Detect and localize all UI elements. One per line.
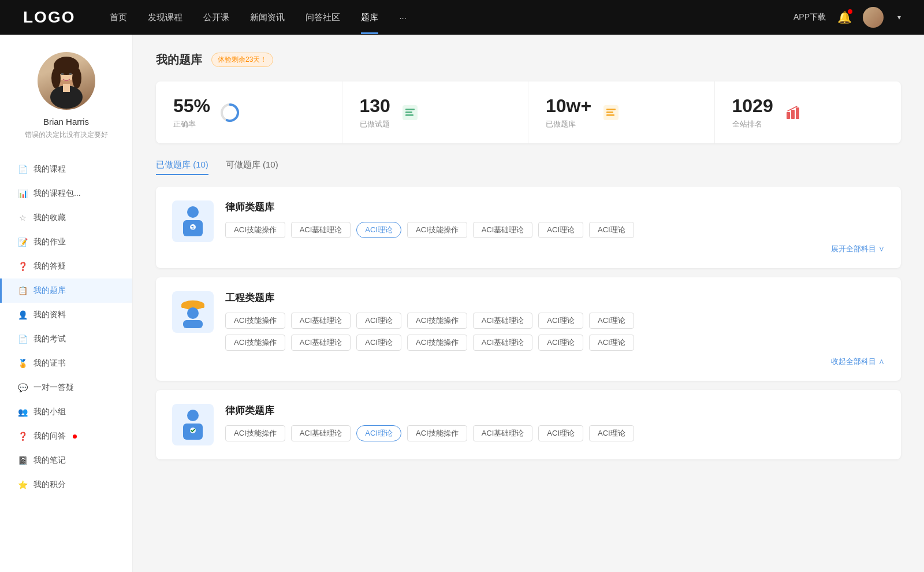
- sidebar-item-group[interactable]: 👥 我的小组: [0, 400, 132, 424]
- sidebar-label-profile: 我的资料: [33, 310, 66, 320]
- tag[interactable]: ACI技能操作: [225, 313, 285, 329]
- page-title: 我的题库: [156, 52, 202, 68]
- sidebar-item-qbank[interactable]: 📋 我的题库: [0, 278, 132, 303]
- sidebar-item-profile[interactable]: 👤 我的资料: [0, 303, 132, 327]
- tag[interactable]: ACI理论: [356, 313, 401, 329]
- svg-point-3: [51, 68, 61, 88]
- avatar[interactable]: [863, 7, 884, 28]
- chart-icon: 📊: [17, 189, 28, 198]
- svg-rect-16: [606, 109, 616, 110]
- svg-rect-19: [787, 112, 790, 119]
- user-icon: 👤: [17, 310, 28, 320]
- notification-bell[interactable]: 🔔: [837, 10, 851, 24]
- tag[interactable]: ACI技能操作: [407, 335, 467, 351]
- lawyer-title-2: 律师类题库: [225, 404, 885, 417]
- tag[interactable]: ACI技能操作: [225, 222, 285, 238]
- tag[interactable]: ACI基础理论: [291, 313, 351, 329]
- tag[interactable]: ACI基础理论: [473, 335, 533, 351]
- tag[interactable]: ACI基础理论: [291, 425, 351, 441]
- svg-point-4: [72, 68, 81, 88]
- svg-rect-12: [405, 109, 415, 110]
- tag[interactable]: ACI基础理论: [291, 335, 351, 351]
- tag[interactable]: ACI基础理论: [473, 222, 533, 238]
- tag[interactable]: ACI理论: [538, 425, 583, 441]
- nav-more[interactable]: ···: [399, 13, 407, 23]
- nav-discover[interactable]: 发现课程: [148, 12, 182, 23]
- questions-done-value: 130: [360, 95, 390, 117]
- svg-rect-18: [606, 114, 614, 116]
- chevron-down-icon[interactable]: ▾: [897, 13, 901, 21]
- medal-icon: 🏅: [17, 359, 28, 368]
- nav-home[interactable]: 首页: [110, 12, 127, 23]
- tag[interactable]: ACI技能操作: [407, 425, 467, 441]
- notification-dot: [73, 434, 77, 439]
- tag[interactable]: ACI技能操作: [407, 222, 467, 238]
- tag[interactable]: ACI基础理论: [473, 425, 533, 441]
- sidebar-item-points[interactable]: ⭐ 我的积分: [0, 473, 132, 497]
- sidebar-label-course-package: 我的课程包...: [33, 188, 81, 199]
- tag[interactable]: ACI理论: [589, 425, 634, 441]
- tag[interactable]: ACI理论: [589, 335, 634, 351]
- pie-chart-svg: [220, 103, 240, 122]
- app-download-link[interactable]: APP下载: [793, 12, 826, 23]
- nav-news[interactable]: 新闻资讯: [250, 12, 285, 23]
- sidebar-item-notes[interactable]: 📓 我的笔记: [0, 448, 132, 473]
- bar-chart-icon: [783, 102, 803, 123]
- sidebar-item-certificate[interactable]: 🏅 我的证书: [0, 351, 132, 376]
- lawyer-svg-2: [178, 408, 207, 441]
- tag[interactable]: ACI理论: [538, 222, 583, 238]
- sidebar-item-exam[interactable]: 📄 我的考试: [0, 327, 132, 351]
- svg-point-27: [187, 307, 199, 319]
- tag[interactable]: ACI基础理论: [473, 313, 533, 329]
- tag-active[interactable]: ACI理论: [356, 222, 401, 238]
- tag[interactable]: ACI基础理论: [291, 222, 351, 238]
- nav-qbank[interactable]: 题库: [361, 12, 378, 23]
- lawyer-tags-2: ACI技能操作 ACI基础理论 ACI理论 ACI技能操作 ACI基础理论 AC…: [225, 425, 885, 441]
- nav-qa[interactable]: 问答社区: [305, 12, 340, 23]
- questions-done-label: 已做试题: [360, 119, 390, 129]
- main-content: 我的题库 体验剩余23天！ 55% 正确率: [133, 35, 924, 572]
- lawyer-icon-2: [172, 404, 214, 445]
- sidebar-item-questions[interactable]: ❓ 我的问答: [0, 424, 132, 448]
- bell-dot: [848, 9, 852, 14]
- sidebar-item-my-qa[interactable]: ❓ 我的答疑: [0, 254, 132, 278]
- question-icon: ❓: [17, 262, 28, 271]
- tab-done-banks[interactable]: 已做题库 (10): [156, 159, 208, 175]
- tag[interactable]: ACI理论: [589, 222, 634, 238]
- lawyer-title-1: 律师类题库: [225, 200, 885, 214]
- svg-rect-17: [606, 112, 613, 113]
- rank-value: 1029: [732, 95, 773, 117]
- engineer-tags-row2: ACI技能操作 ACI基础理论 ACI理论 ACI技能操作 ACI基础理论 AC…: [225, 335, 885, 351]
- tag[interactable]: ACI技能操作: [225, 425, 285, 441]
- tag[interactable]: ACI技能操作: [225, 335, 285, 351]
- sidebar-item-my-courses[interactable]: 📄 我的课程: [0, 157, 132, 181]
- svg-rect-28: [183, 320, 203, 328]
- tag[interactable]: ACI理论: [589, 313, 634, 329]
- list-orange-svg: [602, 104, 620, 121]
- nav-opencourse[interactable]: 公开课: [203, 12, 229, 23]
- avatar-placeholder: [38, 52, 95, 110]
- tag[interactable]: ACI理论: [356, 335, 401, 351]
- sidebar-item-course-package[interactable]: 📊 我的课程包...: [0, 181, 132, 206]
- pie-chart-icon: [219, 102, 240, 123]
- svg-rect-21: [796, 107, 799, 119]
- tag[interactable]: ACI理论: [538, 335, 583, 351]
- profile-name: Brian Harris: [43, 117, 89, 127]
- pencil-icon: 📝: [17, 237, 28, 247]
- sidebar-item-1on1[interactable]: 💬 一对一答疑: [0, 376, 132, 400]
- qbank-card-engineer: 工程类题库 ACI技能操作 ACI基础理论 ACI理论 ACI技能操作 ACI基…: [156, 277, 901, 381]
- sidebar-label-my-courses: 我的课程: [33, 164, 66, 174]
- tag-active[interactable]: ACI理论: [356, 425, 401, 441]
- expand-link-1[interactable]: 展开全部科目 ∨: [225, 244, 885, 254]
- banks-done-label: 已做题库: [546, 119, 591, 129]
- navbar-right: APP下载 🔔 ▾: [793, 7, 901, 28]
- profile-avatar: [38, 52, 95, 110]
- tab-available-banks[interactable]: 可做题库 (10): [226, 159, 278, 175]
- sidebar-item-favorites[interactable]: ☆ 我的收藏: [0, 206, 132, 230]
- sidebar-item-homework[interactable]: 📝 我的作业: [0, 230, 132, 254]
- tag[interactable]: ACI技能操作: [407, 313, 467, 329]
- collapse-link[interactable]: 收起全部科目 ∧: [225, 356, 885, 367]
- tag[interactable]: ACI理论: [538, 313, 583, 329]
- sidebar-label-1on1: 一对一答疑: [33, 382, 74, 393]
- engineer-icon: [172, 291, 214, 333]
